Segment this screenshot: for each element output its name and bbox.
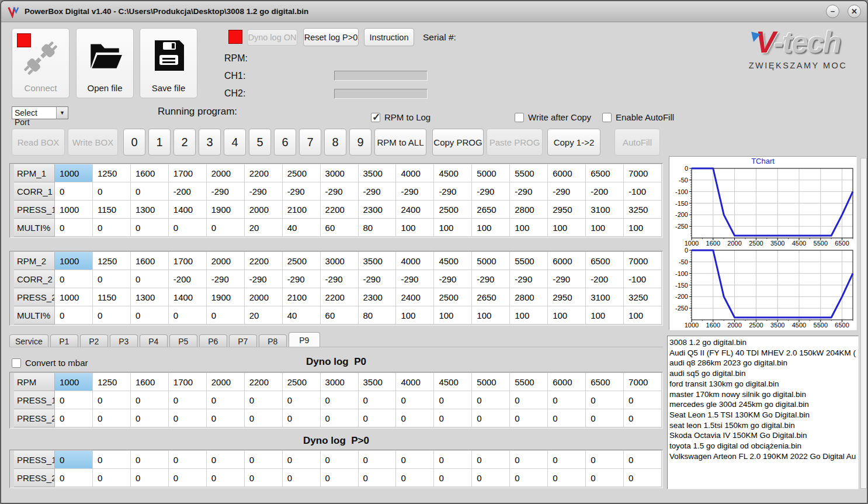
table-cell[interactable]: 100 — [434, 219, 472, 237]
table-cell[interactable]: 20 — [245, 219, 283, 237]
table-cell[interactable]: 100 — [434, 306, 472, 325]
digit-3-button[interactable]: 3 — [199, 129, 221, 156]
tab-p7[interactable]: P7 — [229, 334, 257, 347]
table-cell[interactable]: 0 — [55, 306, 93, 325]
table-cell[interactable]: 60 — [321, 306, 359, 325]
table-cell[interactable]: 0 — [245, 409, 283, 427]
table-cell[interactable]: 5500 — [510, 252, 548, 270]
table-cell[interactable]: 2650 — [472, 288, 510, 306]
table-cell[interactable]: 0 — [283, 469, 321, 487]
table-cell[interactable]: 100 — [472, 306, 510, 325]
table-cell[interactable]: -290 — [245, 182, 283, 201]
table-cell[interactable]: 2500 — [283, 373, 321, 391]
table-cell[interactable]: 1600 — [131, 252, 169, 270]
table-cell[interactable]: 0 — [396, 451, 434, 469]
minimize-icon[interactable]: − — [826, 5, 839, 18]
table-cell[interactable]: 2800 — [510, 288, 548, 306]
table-cell[interactable]: 0 — [207, 409, 245, 427]
file-item[interactable]: Volkswagen Arteon FL 2.0 190KM 2022 Go D… — [668, 451, 858, 462]
digit-6-button[interactable]: 6 — [274, 129, 296, 156]
connect-button[interactable]: Connect — [12, 28, 70, 98]
open-file-button[interactable]: Open file — [76, 28, 134, 98]
table-cell[interactable]: 1150 — [93, 201, 131, 219]
table-cell[interactable]: 2100 — [283, 288, 321, 306]
table-cell[interactable]: 0 — [586, 391, 624, 409]
table-cell[interactable]: 2000 — [245, 288, 283, 306]
chevron-down-icon[interactable]: ▼ — [56, 107, 68, 119]
table-cell[interactable]: 40 — [283, 219, 321, 237]
table-cell[interactable]: 0 — [359, 451, 397, 469]
table-cell[interactable]: 100 — [586, 219, 624, 237]
table-cell[interactable]: -290 — [548, 270, 586, 288]
enable-autofill-checkbox-box[interactable] — [602, 113, 612, 122]
table-cell[interactable]: 0 — [321, 469, 359, 487]
select-port-dropdown[interactable]: Select Port ▼ — [12, 106, 68, 119]
write-after-copy-checkbox[interactable]: Write after Copy — [515, 112, 591, 122]
table-cell[interactable]: 1150 — [93, 288, 131, 306]
table-cell[interactable]: 0 — [131, 270, 169, 288]
table-cell[interactable]: 0 — [131, 182, 169, 201]
table-cell[interactable]: 4000 — [396, 252, 434, 270]
table-cell[interactable]: 0 — [93, 270, 131, 288]
tab-p6[interactable]: P6 — [199, 334, 227, 347]
table-cell[interactable]: 7000 — [624, 252, 662, 270]
file-item[interactable]: 3008 1.2 go digital.bin — [668, 337, 858, 348]
tab-p2[interactable]: P2 — [80, 334, 108, 347]
table-cell[interactable]: 2200 — [245, 373, 283, 391]
table-cell[interactable]: 100 — [510, 306, 548, 325]
table-cell[interactable]: 3000 — [321, 373, 359, 391]
table-cell[interactable]: -200 — [169, 182, 207, 201]
table-cell[interactable]: 0 — [169, 219, 207, 237]
table-cell[interactable]: 0 — [624, 451, 662, 469]
table-cell[interactable]: 0 — [169, 391, 207, 409]
digit-9-button[interactable]: 9 — [349, 129, 371, 156]
table-cell[interactable]: 2500 — [283, 164, 321, 182]
table-cell[interactable]: 0 — [624, 409, 662, 427]
write-box-button[interactable]: Write BOX — [68, 129, 118, 156]
table-cell[interactable]: 0 — [169, 451, 207, 469]
table-cell[interactable]: 1000 — [55, 164, 93, 182]
table-cell[interactable]: -290 — [283, 182, 321, 201]
digit-1-button[interactable]: 1 — [148, 129, 171, 156]
table-cell[interactable]: 0 — [434, 409, 472, 427]
digit-8-button[interactable]: 8 — [324, 129, 346, 156]
table-cell[interactable]: 0 — [207, 469, 245, 487]
table-cell[interactable]: 5500 — [510, 164, 548, 182]
table-cell[interactable]: 0 — [131, 451, 169, 469]
table-cell[interactable]: 1000 — [55, 288, 93, 306]
table-cell[interactable]: 0 — [472, 469, 510, 487]
table-cell[interactable]: 0 — [586, 409, 624, 427]
tab-p5[interactable]: P5 — [169, 334, 197, 347]
table-cell[interactable]: 1000 — [55, 373, 93, 391]
table-cell[interactable]: 2500 — [434, 201, 472, 219]
table-cell[interactable]: 2200 — [321, 288, 359, 306]
table-cell[interactable]: 4500 — [434, 164, 472, 182]
table-cell[interactable]: 100 — [548, 306, 586, 325]
rpm-to-log-checkbox[interactable]: RPM to Log — [371, 112, 430, 122]
table-cell[interactable]: 2100 — [283, 201, 321, 219]
table-cell[interactable]: 0 — [55, 219, 93, 237]
table-cell[interactable]: 0 — [359, 469, 397, 487]
table-cell[interactable]: 0 — [93, 409, 131, 427]
table-cell[interactable]: 0 — [55, 469, 93, 487]
file-listbox[interactable]: 3008 1.2 go digital.binAudi Q5 II (FY FL… — [667, 336, 859, 489]
table-cell[interactable]: 1400 — [169, 288, 207, 306]
table-cell[interactable]: 0 — [55, 391, 93, 409]
table-cell[interactable]: 0 — [207, 306, 245, 325]
table-cell[interactable]: -200 — [586, 270, 624, 288]
file-item[interactable]: audi sq5 go digital.bin — [668, 368, 858, 379]
table-cell[interactable]: 0 — [93, 182, 131, 201]
table-cell[interactable]: 0 — [93, 219, 131, 237]
table-cell[interactable]: 2200 — [245, 164, 283, 182]
table-cell[interactable]: 80 — [359, 219, 397, 237]
digit-0-button[interactable]: 0 — [123, 129, 145, 156]
table-cell[interactable]: 6500 — [586, 373, 624, 391]
table-cell[interactable]: -290 — [510, 270, 548, 288]
table-cell[interactable]: 2400 — [396, 288, 434, 306]
table-cell[interactable]: 100 — [396, 219, 434, 237]
table-cell[interactable]: -290 — [321, 270, 359, 288]
table-cell[interactable]: 0 — [548, 469, 586, 487]
table-cell[interactable]: 1700 — [169, 252, 207, 270]
table-cell[interactable]: 6000 — [548, 252, 586, 270]
table-cell[interactable]: 2000 — [207, 164, 245, 182]
